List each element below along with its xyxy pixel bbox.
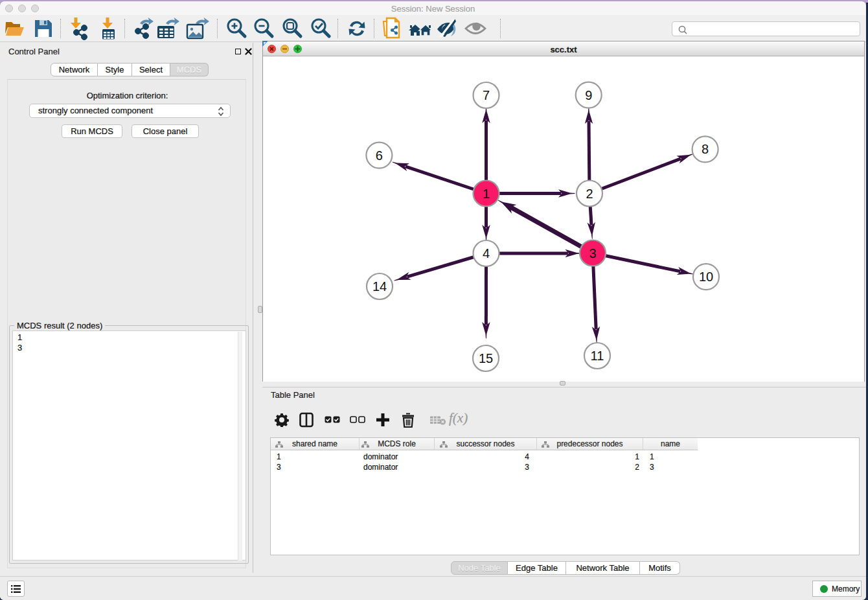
svg-text:14: 14 <box>372 279 387 294</box>
svg-text:10: 10 <box>699 270 713 284</box>
svg-text:4: 4 <box>483 246 490 260</box>
svg-text:1: 1 <box>483 187 490 201</box>
svg-text:11: 11 <box>591 349 604 363</box>
svg-text:9: 9 <box>585 88 592 102</box>
svg-text:7: 7 <box>483 88 490 102</box>
svg-text:15: 15 <box>479 351 493 365</box>
svg-text:6: 6 <box>376 148 383 163</box>
svg-text:3: 3 <box>589 246 596 260</box>
svg-text:2: 2 <box>586 187 593 201</box>
svg-text:8: 8 <box>702 142 709 156</box>
